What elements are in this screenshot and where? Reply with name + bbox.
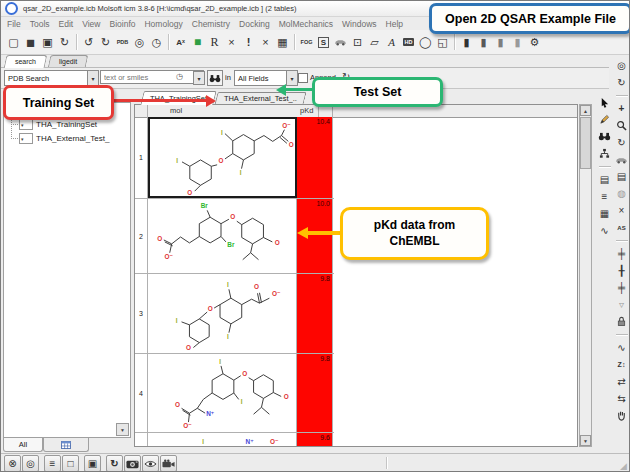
new-file-icon[interactable]: ▢ [5, 34, 22, 51]
annotation-text-icon[interactable]: A [383, 34, 400, 51]
tab-tables-icon[interactable] [43, 438, 89, 452]
scroll-down-icon[interactable]: ▼ [116, 423, 129, 436]
molecule-cell-selected[interactable]: I O⁻ O O I I O [148, 117, 297, 198]
undo-icon[interactable]: ↺ [80, 34, 97, 51]
find-binoculars-icon[interactable] [598, 130, 612, 143]
pdb-search-icon[interactable]: PDB [114, 34, 131, 51]
menu-windows[interactable]: Windows [342, 19, 376, 29]
table-scrollbar[interactable]: ▲ ▼ [579, 104, 592, 447]
clip-front-icon[interactable]: ╪ [615, 247, 629, 260]
atom-select-icon[interactable]: AS [615, 221, 629, 234]
fog-icon[interactable]: FOG [298, 34, 315, 51]
polygon-icon[interactable]: ▱ [366, 34, 383, 51]
pkd-cell[interactable]: 9.6 [297, 433, 333, 447]
search-mode-select[interactable]: PDB Search ▾ [4, 70, 99, 86]
column-style-1-icon[interactable]: ▮ [458, 34, 475, 51]
scroll-up-icon[interactable]: ▲ [580, 105, 591, 116]
tab-all[interactable]: All [3, 438, 43, 452]
drive-car-icon[interactable] [615, 153, 629, 166]
menu-edit[interactable]: Edit [59, 19, 74, 29]
column-style-4-icon[interactable]: ▮ [509, 34, 526, 51]
pick-arrow-icon[interactable] [598, 96, 612, 109]
translate-view-icon[interactable]: + [615, 102, 629, 115]
list-view-icon[interactable]: ≡ [598, 190, 612, 203]
pkd-cell[interactable]: 9.8 [297, 274, 333, 353]
z-sort-icon[interactable]: Z↕ [615, 358, 629, 371]
fullscreen-icon[interactable]: ⊡ [349, 34, 366, 51]
search-input[interactable] [100, 70, 204, 84]
chevron-down-icon[interactable]: ▾ [286, 71, 297, 85]
redraw-icon[interactable]: ↻ [106, 455, 123, 472]
clip-back-icon[interactable]: ╪ [615, 281, 629, 294]
menu-file[interactable]: File [7, 19, 21, 29]
snapshot-camera-icon[interactable] [124, 455, 141, 472]
molecule-search-icon[interactable]: ◎ [131, 34, 148, 51]
menu-help[interactable]: Help [386, 19, 403, 29]
sync-icon[interactable]: ↻ [56, 34, 73, 51]
surface-blob-icon[interactable]: ◍ [615, 187, 629, 200]
tab-search[interactable]: search [4, 55, 48, 68]
molecule-cell[interactable]: I O O⁻ O I I O [148, 274, 297, 353]
column-style-2-icon[interactable]: ▮ [475, 34, 492, 51]
chevron-down-icon[interactable]: ▾ [193, 71, 205, 85]
pattern-icon[interactable]: ▦ [274, 34, 291, 51]
resize-grip[interactable]: ◢ [620, 461, 627, 471]
edit-pencil-icon[interactable] [598, 113, 612, 126]
xstick-icon[interactable]: × [223, 34, 240, 51]
drive-car-icon[interactable] [332, 34, 349, 51]
lock-view-icon[interactable] [615, 315, 629, 328]
rotate-view-icon[interactable]: ↻ [615, 76, 629, 89]
menu-tools[interactable]: Tools [30, 19, 50, 29]
delete-icon[interactable]: × [615, 204, 629, 217]
box-swatch-icon[interactable]: ▣ [84, 455, 101, 472]
menu-homology[interactable]: Homology [144, 19, 182, 29]
stereo-icon[interactable]: S [315, 34, 332, 51]
table-row[interactable]: 1 I O⁻ O [135, 117, 334, 199]
find-binoculars-icon[interactable] [207, 70, 223, 86]
zoom-view-icon[interactable] [615, 119, 629, 132]
pan-hand-icon[interactable] [615, 409, 629, 422]
record-icon[interactable]: ◎ [22, 455, 39, 472]
clip-center-icon[interactable]: ╂ [615, 264, 629, 277]
menu-molmechanics[interactable]: MolMechanics [279, 19, 333, 29]
fields-select[interactable]: All Fields ▾ [234, 70, 298, 86]
scrollbar-thumb[interactable] [580, 117, 591, 169]
hide-xstick-icon[interactable]: × [257, 34, 274, 51]
movie-camera-icon[interactable] [160, 455, 177, 472]
table-row[interactable]: 4 I [135, 354, 334, 433]
save-file-icon[interactable]: ▣ [39, 34, 56, 51]
preview-eye-icon[interactable] [142, 455, 159, 472]
close-all-icon[interactable]: ⊗ [4, 455, 21, 472]
circle-shape-icon[interactable]: ◯ [417, 34, 434, 51]
scroll-down-icon[interactable]: ▼ [580, 435, 591, 446]
clash-icon[interactable]: ! [240, 34, 257, 51]
fade-depth-icon[interactable]: ▿ [615, 298, 629, 311]
pkd-cell[interactable]: 9.8 [297, 354, 333, 432]
menu-bioinfo[interactable]: Bioinfo [109, 19, 135, 29]
plot-view-icon[interactable]: ∿ [598, 224, 612, 237]
swap-x-icon[interactable]: ⇄ [615, 375, 629, 388]
redo-icon[interactable]: ↻ [97, 34, 114, 51]
table-row[interactable]: I N⁺ O⁻ 9.6 [135, 433, 334, 447]
blank-swatch-icon[interactable]: □ [62, 455, 79, 472]
sidebar-item-tha-trainingset[interactable]: ▾ THA_TrainingSet [19, 119, 97, 130]
residue-label-icon[interactable]: R [206, 34, 223, 51]
settings-gear-icon[interactable]: ⚙ [526, 34, 543, 51]
column-style-3-icon[interactable]: ▮ [492, 34, 509, 51]
pkd-cell[interactable]: 10.4 [297, 117, 333, 198]
copy-image-icon[interactable]: ◱ [434, 34, 451, 51]
chevron-down-icon[interactable]: ▾ [87, 71, 98, 85]
molecule-cell[interactable]: I N⁺ O⁻ [148, 433, 297, 447]
molecule-cell[interactable]: I O O I N⁺ O O⁻ [148, 354, 297, 432]
row-number-header[interactable] [135, 105, 148, 117]
sidebar-item-tha-external-test[interactable]: ▾ THA_External_Test_ [19, 133, 109, 144]
table-row[interactable]: 3 I O O⁻ [135, 274, 334, 354]
history-clock-icon[interactable]: ◷ [176, 72, 183, 81]
swap-axes-icon[interactable]: ⇆ [615, 392, 629, 405]
lasso-select-icon[interactable]: ∿ [615, 341, 629, 354]
high-quality-icon[interactable]: HD [400, 34, 417, 51]
display-list-icon[interactable]: ≡ [44, 455, 61, 472]
menu-view[interactable]: View [82, 19, 100, 29]
label-atoms-icon[interactable]: Aˣ [172, 34, 189, 51]
chart-view-icon[interactable]: ▤ [598, 173, 612, 186]
